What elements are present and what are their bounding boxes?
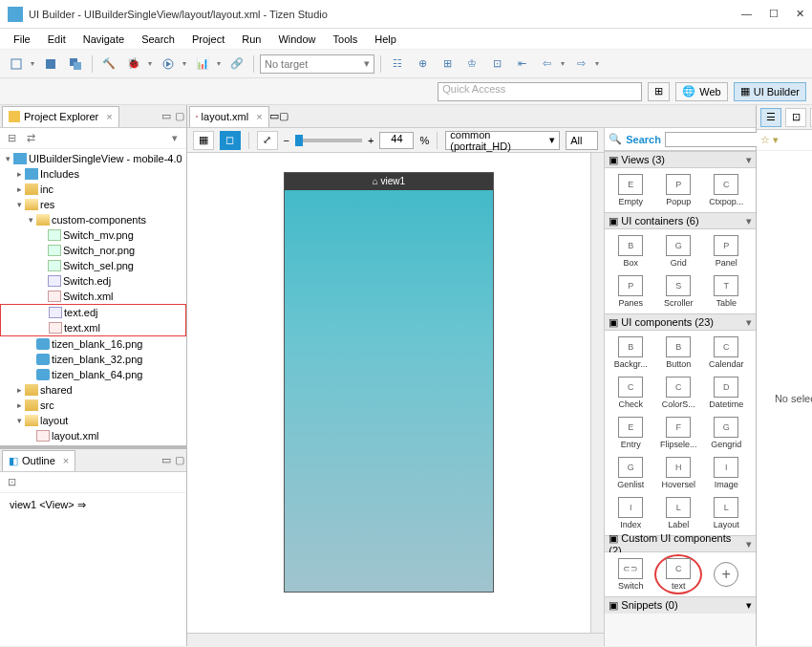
- save-button[interactable]: [40, 54, 61, 75]
- twisty-icon[interactable]: ▸: [13, 169, 25, 179]
- outline-tab[interactable]: ◧ Outline ×: [2, 450, 75, 471]
- quick-access-input[interactable]: Quick Access: [438, 82, 642, 101]
- back-dropdown[interactable]: ▾: [561, 59, 566, 68]
- outline-item[interactable]: view1 <View> ⇒: [6, 497, 181, 512]
- palette-item-colors-[interactable]: CColorS...: [654, 373, 702, 413]
- menu-search[interactable]: Search: [134, 32, 182, 47]
- tree-blank32[interactable]: tizen_blank_32.png: [52, 354, 142, 365]
- palette-item-hoversel[interactable]: HHoversel: [654, 453, 702, 493]
- palette-item-image[interactable]: IImage: [702, 453, 750, 493]
- palette-item-grid[interactable]: GGrid: [654, 231, 702, 271]
- maximize-button[interactable]: ☐: [769, 8, 779, 20]
- palette-item-label[interactable]: LLabel: [654, 493, 702, 533]
- toolbar-icon-3[interactable]: ⊞: [437, 54, 458, 75]
- perspective-uibuilder[interactable]: ▦ UI Builder: [734, 82, 806, 101]
- twisty-icon[interactable]: ▾: [13, 200, 25, 209]
- perspective-web[interactable]: 🌐 Web: [675, 82, 727, 101]
- properties-tab-2[interactable]: ⊡: [785, 108, 806, 127]
- section-components[interactable]: ▣ UI components (23)▾: [605, 313, 756, 331]
- run-dropdown[interactable]: ▾: [182, 59, 188, 68]
- tree-text-edj[interactable]: text.edj: [64, 307, 97, 318]
- add-custom-component-button[interactable]: +: [702, 554, 750, 594]
- palette-item-ctxpop-[interactable]: CCtxpop...: [702, 170, 750, 210]
- palette-item-box[interactable]: BBox: [607, 231, 654, 271]
- minimize-view-icon[interactable]: ▭: [160, 454, 173, 466]
- maximize-view-icon[interactable]: ▢: [173, 110, 186, 122]
- twisty-icon[interactable]: ▾: [2, 154, 13, 163]
- palette-item-button[interactable]: BButton: [654, 333, 702, 373]
- run-button[interactable]: [158, 54, 179, 75]
- collapse-all-icon[interactable]: ⊟: [4, 131, 19, 146]
- single-view-button[interactable]: ◻: [220, 131, 241, 150]
- maximize-view-icon[interactable]: ▢: [279, 110, 288, 122]
- palette-item-table[interactable]: TTable: [702, 271, 750, 312]
- tree-src[interactable]: src: [40, 399, 54, 411]
- resolution-combo[interactable]: common (portrait_HD)▾: [445, 131, 560, 150]
- new-button[interactable]: [6, 54, 27, 75]
- section-views[interactable]: ▣ Views (3)▾: [605, 151, 756, 168]
- all-combo[interactable]: All: [566, 131, 598, 150]
- section-snippets[interactable]: ▣ Snippets (0)▾: [605, 596, 756, 614]
- palette-item-genlist[interactable]: GGenlist: [607, 453, 654, 493]
- tree-project-root[interactable]: UIBuilderSingleView - mobile-4.0: [29, 153, 182, 164]
- connection-button[interactable]: 🔗: [226, 54, 247, 75]
- palette-item-empty[interactable]: EEmpty: [607, 170, 654, 210]
- palette-item-gengrid[interactable]: GGengrid: [702, 413, 750, 453]
- palette-item-panel[interactable]: PPanel: [702, 231, 750, 271]
- palette-custom-text[interactable]: Ctext: [654, 554, 702, 594]
- menu-help[interactable]: Help: [367, 32, 404, 47]
- device-preview[interactable]: ⌂ view1: [284, 172, 494, 593]
- twisty-icon[interactable]: ▸: [13, 184, 25, 194]
- project-explorer-tab[interactable]: Project Explorer ×: [2, 106, 119, 127]
- link-editor-icon[interactable]: ⇄: [23, 131, 38, 146]
- build-button[interactable]: 🔨: [98, 54, 119, 75]
- back-button[interactable]: ⇦: [536, 54, 557, 75]
- profile-button[interactable]: 📊: [192, 54, 213, 75]
- tree-blank64[interactable]: tizen_blank_64.png: [52, 369, 142, 380]
- tree-layout-xml[interactable]: layout.xml: [52, 430, 99, 442]
- tree-includes[interactable]: Includes: [40, 168, 79, 180]
- menu-run[interactable]: Run: [234, 32, 268, 47]
- open-perspective-button[interactable]: ⊞: [648, 82, 670, 101]
- tree-switch-xml[interactable]: Switch.xml: [63, 291, 114, 302]
- menu-file[interactable]: File: [6, 32, 38, 47]
- menu-project[interactable]: Project: [184, 32, 232, 47]
- toolbar-icon-1[interactable]: ☷: [387, 54, 408, 75]
- properties-tab-1[interactable]: ☰: [760, 108, 781, 127]
- horizontal-scrollbar[interactable]: [187, 633, 605, 646]
- minimize-view-icon[interactable]: ▭: [160, 110, 173, 122]
- fit-button[interactable]: ⤢: [257, 131, 278, 150]
- canvas[interactable]: ⌂ view1: [187, 153, 591, 633]
- editor-tab-layout[interactable]: layout.xml ×: [189, 106, 269, 127]
- palette-item-flipsele-[interactable]: FFlipsele...: [654, 413, 702, 453]
- forward-button[interactable]: ⇨: [570, 54, 591, 75]
- minimize-view-icon[interactable]: ▭: [269, 110, 279, 122]
- tree-switch-mv[interactable]: Switch_mv.png: [63, 229, 134, 241]
- tree-inc[interactable]: inc: [40, 183, 53, 195]
- view-menu-icon[interactable]: ▾: [167, 131, 182, 146]
- menu-navigate[interactable]: Navigate: [75, 32, 132, 47]
- section-containers[interactable]: ▣ UI containers (6)▾: [605, 212, 756, 229]
- vertical-scrollbar[interactable]: [590, 153, 604, 633]
- tree-switch-edj[interactable]: Switch.edj: [63, 275, 111, 287]
- palette-item-popup[interactable]: PPopup: [654, 170, 702, 210]
- palette-item-check[interactable]: CCheck: [607, 373, 654, 413]
- toolbar-icon-2[interactable]: ⊕: [412, 54, 433, 75]
- minimize-button[interactable]: —: [741, 8, 752, 20]
- toolbar-icon-5[interactable]: ⊡: [486, 54, 507, 75]
- palette-item-panes[interactable]: PPanes: [607, 271, 654, 312]
- zoom-slider[interactable]: [295, 139, 362, 142]
- twisty-icon[interactable]: ▾: [25, 215, 36, 225]
- grid-view-button[interactable]: ▦: [193, 131, 214, 150]
- toolbar-icon-6[interactable]: ⇤: [511, 54, 532, 75]
- palette-item-layout[interactable]: LLayout: [702, 493, 750, 533]
- profile-dropdown[interactable]: ▾: [217, 59, 223, 68]
- new-dropdown[interactable]: ▾: [31, 59, 36, 68]
- favorite-row[interactable]: ☆ ▾: [757, 130, 812, 151]
- save-all-button[interactable]: [65, 54, 86, 75]
- twisty-icon[interactable]: ▸: [13, 385, 25, 395]
- close-icon[interactable]: ×: [63, 455, 69, 466]
- palette-item-calendar[interactable]: CCalendar: [702, 333, 750, 373]
- close-icon[interactable]: ×: [256, 111, 262, 122]
- tree-custom-components[interactable]: custom-components: [52, 214, 146, 226]
